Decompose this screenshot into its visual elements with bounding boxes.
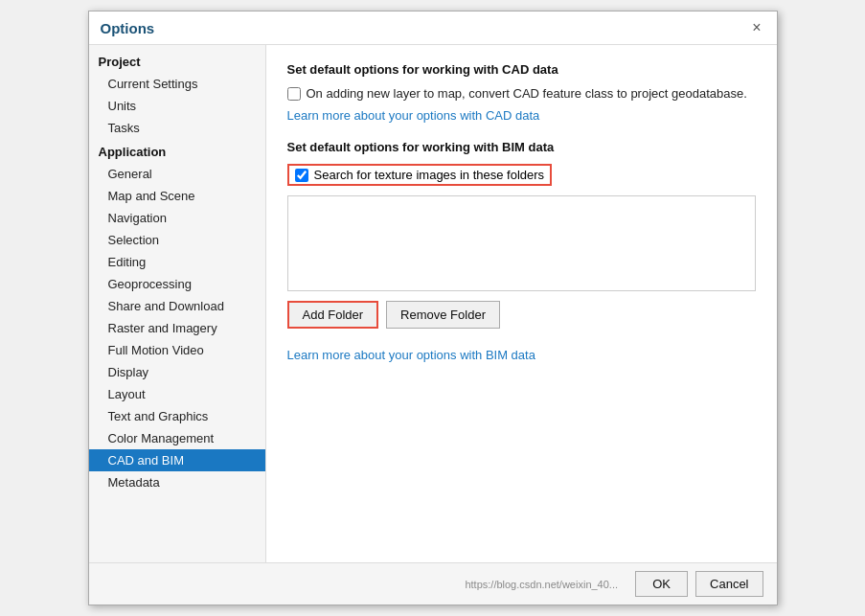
remove-folder-button[interactable]: Remove Folder (386, 301, 500, 329)
sidebar-item-color-management[interactable]: Color Management (89, 427, 265, 449)
sidebar-item-geoprocessing[interactable]: Geoprocessing (89, 273, 265, 295)
cancel-button[interactable]: Cancel (695, 571, 763, 597)
sidebar-item-full-motion-video[interactable]: Full Motion Video (89, 339, 265, 361)
cad-checkbox-row: On adding new layer to map, convert CAD … (287, 86, 756, 101)
folder-list-box (287, 195, 756, 291)
sidebar: Project Current Settings Units Tasks App… (89, 45, 266, 562)
dialog-body: Project Current Settings Units Tasks App… (89, 45, 777, 562)
bim-learn-more-link[interactable]: Learn more about your options with BIM d… (287, 348, 756, 362)
sidebar-item-editing[interactable]: Editing (89, 251, 265, 273)
dialog-title: Options (101, 20, 155, 36)
close-button[interactable]: × (748, 19, 764, 36)
sidebar-item-tasks[interactable]: Tasks (89, 117, 265, 139)
folder-button-row: Add Folder Remove Folder (287, 301, 756, 329)
ok-button[interactable]: OK (635, 571, 688, 597)
sidebar-item-units[interactable]: Units (89, 95, 265, 117)
sidebar-group-application: Application (89, 139, 265, 163)
main-content: Set default options for working with CAD… (266, 45, 777, 562)
dialog-footer: https://blog.csdn.net/weixin_40... OK Ca… (89, 562, 777, 605)
sidebar-item-map-and-scene[interactable]: Map and Scene (89, 185, 265, 207)
sidebar-item-cad-and-bim[interactable]: CAD and BIM (89, 449, 265, 471)
options-dialog: Options × Project Current Settings Units… (88, 11, 778, 605)
cad-learn-more-link[interactable]: Learn more about your options with CAD d… (287, 108, 756, 123)
sidebar-item-share-and-download[interactable]: Share and Download (89, 295, 265, 317)
sidebar-item-current-settings[interactable]: Current Settings (89, 73, 265, 95)
bim-checkbox-highlighted-container: Search for texture images in these folde… (287, 164, 553, 186)
sidebar-item-metadata[interactable]: Metadata (89, 471, 265, 493)
cad-section-title: Set default options for working with CAD… (287, 62, 756, 77)
bim-texture-checkbox[interactable] (295, 169, 308, 182)
bim-section-title: Set default options for working with BIM… (287, 140, 756, 154)
sidebar-item-display[interactable]: Display (89, 361, 265, 383)
sidebar-item-layout[interactable]: Layout (89, 383, 265, 405)
add-folder-button[interactable]: Add Folder (287, 301, 379, 329)
cad-checkbox[interactable] (287, 87, 301, 101)
titlebar: Options × (89, 11, 777, 45)
bim-texture-checkbox-label: Search for texture images in these folde… (314, 168, 545, 182)
sidebar-item-raster-and-imagery[interactable]: Raster and Imagery (89, 317, 265, 339)
sidebar-item-general[interactable]: General (89, 163, 265, 185)
sidebar-item-navigation[interactable]: Navigation (89, 207, 265, 229)
footer-url: https://blog.csdn.net/weixin_40... (102, 579, 628, 590)
sidebar-item-selection[interactable]: Selection (89, 229, 265, 251)
cad-checkbox-label: On adding new layer to map, convert CAD … (307, 86, 747, 101)
sidebar-item-text-and-graphics[interactable]: Text and Graphics (89, 405, 265, 427)
sidebar-group-project: Project (89, 49, 265, 73)
